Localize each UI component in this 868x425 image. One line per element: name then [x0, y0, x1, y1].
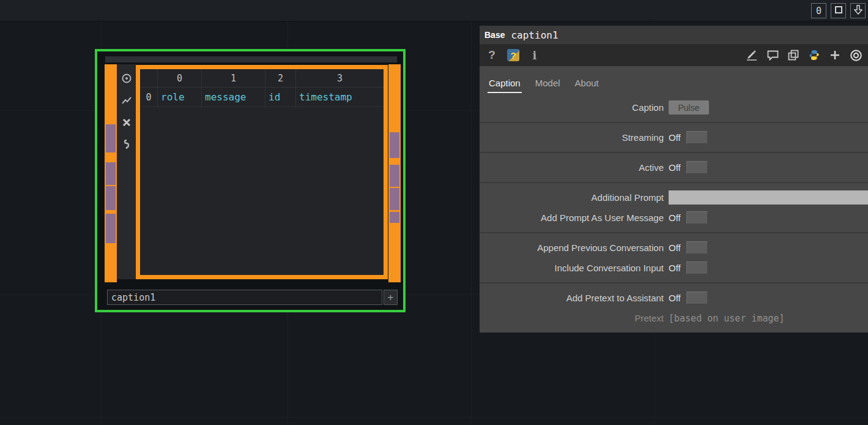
panel-action-icons — [746, 48, 862, 62]
param-group: Append Previous Conversation Off Include… — [480, 233, 868, 284]
row-header: 0 — [140, 88, 157, 107]
param-label: Caption — [480, 102, 664, 113]
active-toggle[interactable] — [686, 161, 708, 174]
param-row-pretext: Pretext [based on user image] — [480, 308, 868, 328]
param-group: Additional Prompt Add Prompt As User Mes… — [480, 183, 868, 233]
activity-icon[interactable] — [120, 94, 133, 107]
maximize-button[interactable] — [831, 3, 846, 18]
param-row-add-prompt-as-user-message: Add Prompt As User Message Off — [480, 208, 868, 228]
tab-about[interactable]: About — [574, 78, 600, 93]
grid-line — [0, 417, 868, 418]
counter-button[interactable]: 0 — [811, 3, 826, 18]
append-previous-conversation-toggle[interactable] — [686, 241, 708, 254]
node-name-input[interactable] — [107, 290, 382, 305]
param-row-active: Active Off — [480, 157, 868, 178]
table-header-row: 0 1 2 3 — [140, 69, 384, 88]
param-row-include-conversation-input: Include Conversation Input Off — [480, 258, 868, 278]
table-cell: timestamp — [295, 88, 384, 107]
input-connector[interactable] — [106, 186, 116, 210]
param-row-additional-prompt: Additional Prompt — [480, 187, 868, 208]
tab-caption[interactable]: Caption — [488, 78, 522, 93]
toggle-state-label: Off — [669, 263, 681, 273]
display-toggle-icon[interactable] — [120, 72, 133, 85]
col-header: 2 — [265, 69, 295, 87]
copy-parameters-icon[interactable] — [787, 48, 799, 62]
input-connector[interactable] — [106, 124, 116, 152]
topbar-controls: 0 — [811, 3, 866, 18]
param-label: Additional Prompt — [480, 192, 664, 203]
panel-icon-row: ? ? i — [480, 44, 868, 66]
dock-down-icon — [854, 5, 862, 17]
input-connector[interactable] — [106, 214, 116, 243]
parameter-panel: Base caption1 ? ? i — [480, 26, 868, 333]
table-row: 0 role message id timestamp — [140, 88, 384, 107]
param-label: Include Conversation Input — [480, 263, 664, 273]
toggle-state-label: Off — [669, 293, 681, 303]
corner-cell — [140, 69, 157, 87]
window-top-bar: 0 — [0, 0, 868, 21]
param-label: Streaming — [480, 132, 664, 143]
node-viewer-toolbar — [117, 64, 136, 279]
table-cell: id — [265, 88, 295, 107]
param-group: Active Off — [480, 153, 868, 183]
param-label: Add Prompt As User Message — [480, 212, 664, 223]
param-label: Append Previous Conversation — [480, 243, 664, 253]
edit-expressions-icon[interactable] — [746, 48, 758, 62]
parameter-tabs: Caption Model About — [480, 66, 868, 93]
tab-model[interactable]: Model — [534, 78, 562, 93]
output-connector[interactable] — [390, 188, 399, 210]
add-button[interactable]: + — [384, 290, 398, 305]
interact-hook-icon[interactable] — [120, 138, 133, 151]
add-pretext-to-assistant-toggle[interactable] — [686, 291, 708, 304]
col-header: 3 — [295, 69, 384, 87]
param-label: Pretext — [480, 313, 664, 323]
node-caption1[interactable]: 0 1 2 3 0 role message id timestamp — [95, 49, 406, 312]
bind-target-icon[interactable] — [850, 48, 862, 62]
param-row-append-previous-conversation: Append Previous Conversation Off — [480, 238, 868, 258]
help-icon[interactable]: ? — [486, 48, 498, 62]
table-cell: message — [201, 88, 265, 107]
add-icon[interactable] — [829, 48, 841, 62]
close-icon[interactable] — [120, 116, 133, 129]
streaming-toggle[interactable] — [686, 131, 708, 144]
toggle-state-label: Off — [669, 162, 681, 173]
panel-header: Base caption1 — [480, 26, 868, 44]
python-help-icon[interactable]: ? — [507, 48, 519, 62]
additional-prompt-field[interactable] — [669, 190, 868, 205]
node-output-rail[interactable] — [388, 64, 401, 282]
param-group: Streaming Off — [480, 123, 868, 153]
toggle-state-label: Off — [669, 132, 681, 143]
output-connector[interactable] — [390, 212, 399, 223]
input-connector[interactable] — [106, 162, 116, 185]
node-title-strip — [105, 56, 397, 62]
col-header: 0 — [157, 69, 201, 87]
table-cell: role — [157, 88, 201, 107]
dat-table-viewer[interactable]: 0 1 2 3 0 role message id timestamp — [140, 69, 384, 275]
pretext-value: [based on user image] — [669, 313, 785, 324]
node-viewer-frame: 0 1 2 3 0 role message id timestamp — [136, 65, 388, 279]
toggle-state-label: Off — [669, 212, 681, 223]
param-label: Active — [480, 162, 664, 173]
add-prompt-as-user-message-toggle[interactable] — [686, 211, 708, 224]
include-conversation-input-toggle[interactable] — [686, 261, 708, 274]
param-row-add-pretext-to-assistant: Add Pretext to Assistant Off — [480, 288, 868, 308]
maximize-icon — [834, 6, 843, 17]
info-icon[interactable]: i — [529, 48, 541, 62]
grid-line — [471, 22, 472, 425]
python-icon[interactable] — [808, 48, 820, 62]
comment-icon[interactable] — [766, 48, 779, 62]
output-connector[interactable] — [390, 165, 399, 187]
toggle-state-label: Off — [669, 243, 681, 253]
node-input-rail[interactable] — [105, 64, 117, 282]
col-header: 1 — [201, 69, 265, 87]
output-connector[interactable] — [390, 132, 399, 158]
param-row-caption: Caption Pulse — [480, 97, 868, 118]
operator-name-label: caption1 — [511, 29, 558, 41]
param-group: Caption Pulse — [480, 93, 868, 123]
param-label: Add Pretext to Assistant — [480, 293, 664, 303]
param-group: Add Pretext to Assistant Off Pretext [ba… — [480, 284, 868, 333]
dock-down-button[interactable] — [850, 3, 866, 18]
operator-type-label: Base — [484, 30, 505, 40]
node-name-bar: + — [107, 290, 398, 305]
caption-pulse-button[interactable]: Pulse — [669, 100, 709, 115]
